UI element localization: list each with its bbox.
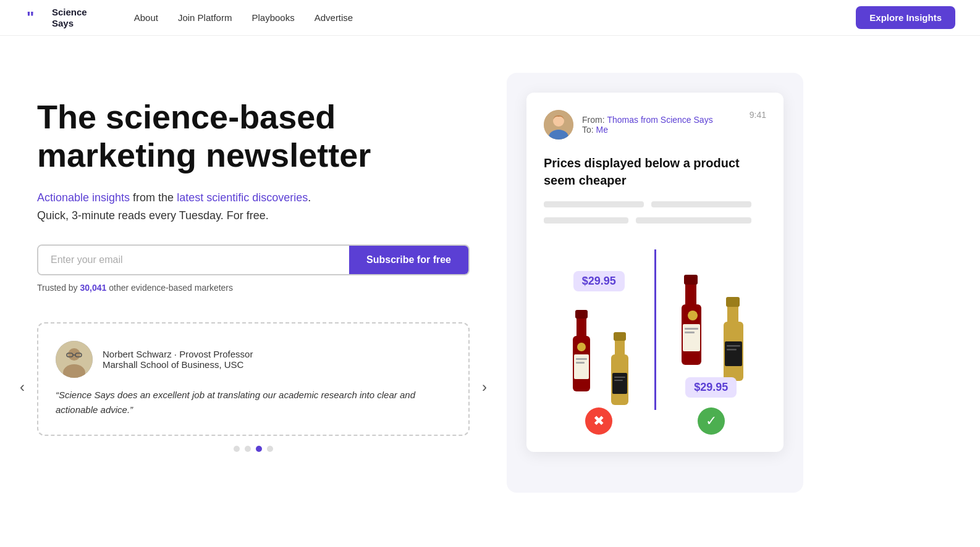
nav-join-platform[interactable]: Join Platform: [178, 12, 232, 23]
bottle-left-2: [604, 324, 636, 410]
svg-rect-26: [685, 282, 696, 307]
nav-about[interactable]: About: [134, 12, 158, 23]
email-from: From: Thomas from Science Says: [582, 115, 741, 125]
svg-rect-14: [575, 310, 588, 319]
svg-point-3: [68, 348, 80, 361]
svg-rect-37: [727, 349, 737, 351]
testimonial-avatar: [56, 341, 93, 378]
svg-point-11: [554, 116, 563, 125]
email-header: From: Thomas from Science Says To: Me 9:…: [544, 110, 766, 140]
latest-discoveries-link[interactable]: latest scientific discoveries: [177, 191, 308, 204]
hero-title: The science-based marketing newsletter: [37, 98, 470, 174]
hero-description: Actionable insights from the latest scie…: [37, 189, 470, 225]
svg-rect-24: [614, 380, 623, 381]
recipient-link[interactable]: Me: [596, 125, 608, 135]
svg-rect-36: [727, 345, 740, 347]
trust-count-link[interactable]: 30,041: [80, 283, 107, 293]
email-meta: From: Thomas from Science Says To: Me: [582, 115, 741, 135]
svg-rect-13: [577, 316, 586, 338]
svg-rect-16: [576, 358, 587, 360]
cross-icon: ✖: [585, 407, 612, 435]
bottle-right-1: [672, 265, 714, 370]
email-time: 9:41: [750, 110, 766, 120]
svg-rect-22: [612, 373, 627, 394]
bottles-section: $29.95: [544, 243, 766, 435]
placeholder-lines: [544, 201, 766, 228]
dot-1[interactable]: [234, 446, 240, 452]
logo-icon: ": [25, 7, 47, 29]
explore-insights-button[interactable]: Explore Insights: [856, 6, 955, 29]
svg-rect-34: [726, 297, 740, 307]
bottle-right-2: [716, 290, 751, 385]
nav-links: About Join Platform Playbooks Advertise: [109, 0, 378, 36]
svg-rect-29: [685, 328, 698, 330]
nav-playbooks[interactable]: Playbooks: [251, 12, 294, 23]
svg-rect-21: [614, 332, 626, 341]
check-icon: ✓: [698, 407, 725, 435]
nav-advertise[interactable]: Advertise: [315, 12, 353, 23]
price-tag-top: $29.95: [573, 271, 625, 291]
testimonial-card: Norbert Schwarz · Provost Professor Mars…: [37, 322, 470, 436]
subscribe-button[interactable]: Subscribe for free: [349, 246, 468, 274]
dot-3[interactable]: [256, 446, 262, 452]
svg-rect-17: [576, 362, 585, 364]
svg-rect-30: [685, 332, 695, 333]
email-input[interactable]: [38, 246, 349, 274]
svg-rect-27: [684, 275, 698, 285]
email-to: To: Me: [582, 125, 741, 135]
svg-rect-33: [727, 304, 738, 324]
hero-section: The science-based marketing newsletter A…: [0, 36, 980, 542]
navbar: " Science Says About Join Platform Playb…: [0, 0, 980, 36]
actionable-insights-link[interactable]: Actionable insights: [37, 191, 130, 204]
hero-right: From: Thomas from Science Says To: Me 9:…: [507, 73, 803, 493]
hero-left: The science-based marketing newsletter A…: [37, 73, 470, 452]
logo-text: Science Says: [52, 7, 87, 29]
testimonial-quote: “Science Says does an excellent job at t…: [56, 388, 431, 417]
bottle-left-1: [562, 299, 601, 398]
testimonial-wrapper: ‹ Norber: [37, 322, 470, 452]
testimonial-dots: [37, 446, 470, 452]
testimonial-next-button[interactable]: ›: [482, 378, 487, 396]
email-preview-card: From: Thomas from Science Says To: Me 9:…: [507, 73, 803, 493]
svg-rect-20: [615, 338, 625, 357]
logo[interactable]: " Science Says: [25, 7, 87, 29]
svg-text:": ": [27, 8, 34, 27]
trust-text: Trusted by 30,041 other evidence-based m…: [37, 283, 470, 293]
email-headline: Prices displayed below a product seem ch…: [544, 154, 766, 189]
svg-point-31: [688, 311, 698, 320]
testimonial-author: Norbert Schwarz · Provost Professor Mars…: [103, 349, 253, 370]
email-inner: From: Thomas from Science Says To: Me 9:…: [526, 93, 784, 452]
dot-2[interactable]: [245, 446, 251, 452]
dot-4[interactable]: [267, 446, 273, 452]
svg-point-18: [577, 343, 586, 351]
email-form: Subscribe for free: [37, 244, 470, 275]
price-tag-bottom: $29.95: [685, 377, 737, 398]
svg-rect-23: [614, 377, 625, 378]
testimonial-prev-button[interactable]: ‹: [20, 378, 25, 396]
sender-link[interactable]: Thomas from Science Says: [607, 115, 712, 125]
sender-avatar: [544, 110, 573, 140]
